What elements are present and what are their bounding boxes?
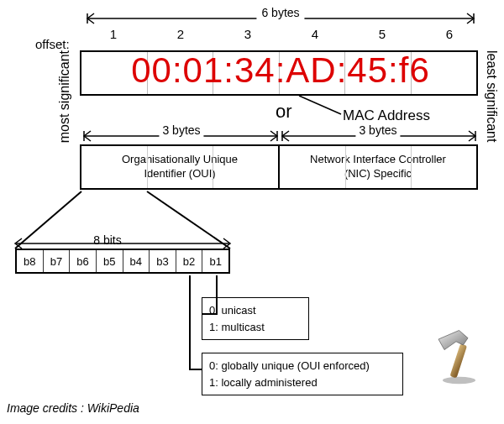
most-significant-label: most significant — [57, 50, 72, 143]
svg-line-3 — [299, 96, 341, 114]
mac-seg — [345, 52, 412, 94]
mac-pointer-label: MAC Address — [343, 107, 430, 124]
dim-6bytes: 6 bytes — [87, 8, 474, 27]
dim-6bytes-label: 6 bytes — [256, 6, 304, 19]
nic-half: Network Interface Controller (NIC) Speci… — [280, 146, 476, 188]
dim-3bytes-left-label: 3 bytes — [159, 123, 203, 137]
nic-text: Network Interface Controller (NIC) Speci… — [305, 153, 451, 181]
oui-text: Organisationally Unique Identifier (OUI) — [117, 153, 243, 181]
image-credits: Image credits : WikiPedia — [7, 401, 139, 415]
bits-box: b8 b7 b6 b5 b4 b3 b2 b1 — [15, 249, 230, 274]
mac-seg — [81, 52, 148, 94]
bit-b1: b1 — [202, 250, 228, 272]
mac-seg — [280, 52, 346, 94]
dim-8bits-label: 8 bits — [15, 233, 200, 247]
svg-rect-12 — [450, 343, 468, 378]
b1-zero: 0: unicast — [209, 302, 302, 319]
mac-address-diagram: 6 bytes offset: 1 2 3 4 5 6 most signifi… — [0, 0, 504, 424]
bit-b4: b4 — [123, 250, 150, 272]
offset-2: 2 — [172, 27, 189, 41]
bit-b5: b5 — [97, 250, 123, 272]
bit-b3: b3 — [150, 250, 176, 272]
offset-1: 1 — [105, 27, 122, 41]
hammer-icon — [427, 327, 486, 386]
dim-3bytes-left: 3 bytes — [84, 126, 279, 143]
svg-point-11 — [443, 377, 475, 384]
oui-half: Organisationally Unique Identifier (OUI) — [81, 146, 280, 188]
bit-b7: b7 — [44, 250, 71, 272]
mac-box — [80, 50, 478, 96]
b2-zero: 0: globally unique (OUI enforced) — [209, 358, 396, 374]
offset-3: 3 — [239, 27, 256, 41]
offset-label: offset: — [35, 37, 70, 51]
dim-3bytes-right: 3 bytes — [281, 126, 475, 143]
offset-5: 5 — [374, 27, 391, 41]
dim-3bytes-right-label: 3 bytes — [355, 123, 400, 137]
b1-one: 1: multicast — [209, 319, 302, 336]
b2-one: 1: locally administered — [209, 374, 396, 391]
offset-6: 6 — [441, 27, 458, 41]
or-label: or — [276, 101, 292, 123]
offset-4: 4 — [307, 27, 323, 41]
oui-nic-box: Organisationally Unique Identifier (OUI)… — [80, 144, 478, 190]
bit-b2: b2 — [176, 250, 203, 272]
mac-seg — [148, 52, 214, 94]
least-significant-label: least significant — [484, 50, 499, 142]
mac-seg — [412, 52, 477, 94]
mac-seg — [213, 52, 280, 94]
b2-meaning-box: 0: globally unique (OUI enforced) 1: loc… — [202, 353, 403, 395]
bit-b8: b8 — [17, 250, 44, 272]
b1-meaning-box: 0: unicast 1: multicast — [202, 297, 309, 340]
bit-b6: b6 — [70, 250, 97, 272]
